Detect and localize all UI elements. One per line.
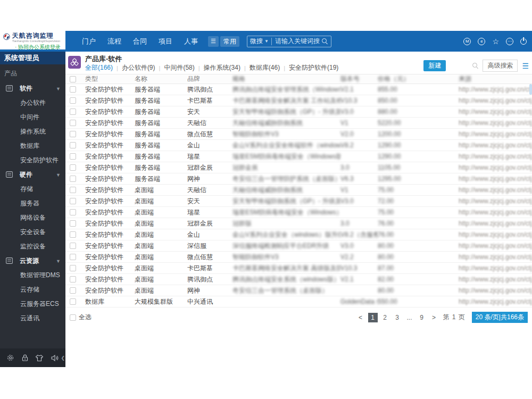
more-ellipsis-icon[interactable]: ⋯ — [506, 38, 513, 45]
pager-prev[interactable]: < — [356, 313, 365, 322]
search-icon[interactable] — [322, 38, 328, 44]
table-search-icon[interactable] — [472, 63, 478, 69]
tab-4[interactable]: 数据库(46) — [250, 63, 280, 72]
sidebar-item-1-1[interactable]: 服务器 — [0, 196, 65, 211]
row-checkbox[interactable] — [70, 142, 76, 148]
row-checkbox[interactable] — [70, 109, 76, 115]
sidebar-item-2-0[interactable]: 数据管理DMS — [0, 268, 65, 282]
pager-page-2[interactable]: 2 — [380, 313, 390, 322]
sidebar-item-0-3[interactable]: 数据库 — [0, 139, 65, 153]
nav-item-4[interactable]: 人事 — [178, 37, 204, 46]
tab-3[interactable]: 操作系统(34) — [204, 63, 240, 72]
pager-next[interactable]: > — [429, 313, 439, 322]
row-checkbox[interactable] — [70, 276, 76, 282]
sidebar-item-1-4[interactable]: 监控设备 — [0, 239, 65, 254]
table-row[interactable]: 安全防护软件服务器端微点佰慧智能防御软件V3V2.01200.00http://… — [65, 129, 532, 140]
apps-menu-icon[interactable]: ☰ — [208, 36, 219, 47]
row-checkbox[interactable] — [70, 97, 76, 104]
col-header-3: 规格 — [232, 74, 340, 84]
table-row[interactable]: 安全防护软件服务器端卡巴斯基卡巴斯基网络安全解决方案 工作站及移动终端（KES … — [65, 95, 532, 106]
row-checkbox[interactable] — [70, 198, 76, 204]
search-scope-dropdown[interactable]: 微搜 ▼ — [247, 37, 271, 46]
row-checkbox[interactable] — [70, 153, 76, 160]
pager-page-9[interactable]: 9 — [417, 313, 427, 322]
sidebar-group-0[interactable]: 软件▼ — [0, 81, 65, 96]
table-row[interactable]: 安全防护软件桌面端瑞星瑞星ESM防病毒终端安全（Windows）及升级版75.0… — [65, 207, 532, 218]
row-checkbox[interactable] — [70, 254, 76, 260]
table-row[interactable]: 安全防护软件服务器端网神奇安信三合一管理防护系统（桌面版）V6.31295.00… — [65, 173, 532, 185]
sidebar-item-2-1[interactable]: 云存储 — [0, 282, 65, 297]
nav-item-3[interactable]: 项目 — [153, 37, 178, 46]
row-checkbox[interactable] — [70, 176, 76, 182]
tab-2[interactable]: 中间件(58) — [164, 63, 194, 72]
table-row[interactable]: 安全防护软件桌面端金山金山V系列企业安全（windows）版升级V8.2（含服务… — [65, 229, 532, 240]
table-row[interactable]: 安全防护软件服务器端天融信天融信终端威胁防御系统V15220.00http://… — [65, 118, 532, 129]
table-row[interactable]: 安全防护软件服务器端安天安天智甲终端防御系统（GP）- 升级及服务V3.0880… — [65, 106, 532, 118]
select-all-checkbox[interactable] — [70, 314, 76, 321]
content-header: 产品库-软件 全部(166)|办公软件(9)|中间件(58)|操作系统(34)|… — [65, 52, 532, 74]
tab-divider: | — [244, 65, 246, 71]
theme-shirt-icon[interactable] — [35, 354, 44, 362]
sidebar-item-0-2[interactable]: 操作系统 — [0, 124, 65, 139]
table-row[interactable]: 安全防护软件服务器端金山金山V系列企业安全终端软件（windows）及升级服务V… — [65, 140, 532, 151]
row-checkbox[interactable] — [70, 265, 76, 271]
row-checkbox[interactable] — [70, 86, 76, 93]
sidebar-item-0-4[interactable]: 安全防护软件 — [0, 153, 65, 168]
table-row[interactable]: 安全防护软件桌面端腾讯御点腾讯御点终端安全系统（windows版）（V2.1）V… — [65, 274, 532, 285]
row-checkbox[interactable] — [70, 164, 76, 171]
nav-item-0[interactable]: 门户 — [76, 37, 102, 46]
row-checkbox[interactable] — [70, 231, 76, 238]
table-row[interactable]: 安全防护软件桌面端天融信天融信终端威胁防御系统V175.00http://www… — [65, 185, 532, 196]
advanced-search-button[interactable]: 高级搜索 — [483, 60, 518, 72]
sidebar-item-0-1[interactable]: 中间件 — [0, 110, 65, 124]
row-checkbox[interactable] — [70, 243, 76, 249]
sidebar-item-1-2[interactable]: 网络设备 — [0, 211, 65, 225]
tab-1[interactable]: 办公软件(9) — [122, 63, 155, 72]
table-row[interactable]: 安全防护软件桌面端微点佰慧智能防御软件V3V2.280.00http://www… — [65, 252, 532, 263]
nav-item-1[interactable]: 流程 — [102, 37, 127, 46]
table-row[interactable]: 安全防护软件桌面端冠群金辰冠群版3.076.00http://www.zjcjc… — [65, 218, 532, 229]
tab-5[interactable]: 安全防护软件(19) — [289, 63, 338, 72]
row-checkbox[interactable] — [70, 209, 76, 215]
new-button[interactable]: 新建 — [423, 60, 446, 71]
sidebar-item-1-3[interactable]: 安全设备 — [0, 225, 65, 239]
settings-gear-icon[interactable] — [6, 354, 14, 362]
sidebar-item-2-2[interactable]: 云服务器ECS — [0, 297, 65, 311]
pager-page-1[interactable]: 1 — [368, 313, 378, 322]
table-row[interactable]: 安全防护软件桌面端深信服深信服终端检测响应平台EDR升级V3.080.00htt… — [65, 240, 532, 252]
frequent-button[interactable]: 常用 — [220, 36, 239, 47]
table-row[interactable]: 安全防护软件服务器端瑞星瑞星ESM防病毒终端安全（Windows版）及升级服务1… — [65, 151, 532, 162]
table-row[interactable]: 安全防护软件桌面端网神奇安信三合一管理系统（桌面版）80.00http://ww… — [65, 285, 532, 296]
message-icon[interactable]: e — [478, 38, 485, 45]
volume-speaker-icon[interactable] — [51, 354, 59, 362]
header-checkbox[interactable] — [70, 76, 76, 82]
row-checkbox[interactable] — [70, 120, 76, 126]
sidebar-item-2-3[interactable]: 云通讯 — [0, 311, 65, 326]
nav-item-2[interactable]: 合同 — [127, 37, 153, 46]
scrollbar-thumb[interactable] — [529, 84, 532, 95]
row-checkbox[interactable] — [70, 187, 76, 193]
table-row[interactable]: 安全防护软件服务器端冠群金辰冠群金辰3.01105.00http://www.z… — [65, 162, 532, 173]
table-row[interactable]: 安全防护软件桌面端安天安天智甲终端防御系统（GP）- 升级及服务V3.072.0… — [65, 196, 532, 207]
power-logout-icon[interactable] — [520, 38, 527, 45]
table-row[interactable]: 安全防护软件桌面端卡巴斯基卡巴斯基网络安全解决方案 高级版及防病毒（KES 版本… — [65, 263, 532, 274]
sidebar-group-1[interactable]: 硬件▼ — [0, 168, 65, 182]
list-view-icon[interactable]: ☰ — [522, 62, 529, 70]
m-badge-icon[interactable]: M — [463, 38, 471, 45]
pager-page-3[interactable]: 3 — [393, 313, 402, 322]
row-checkbox[interactable] — [70, 298, 76, 305]
sidebar-item-1-0[interactable]: 存储 — [0, 182, 65, 196]
favorite-star-icon[interactable]: ☆ — [492, 38, 499, 45]
row-checkbox[interactable] — [70, 220, 76, 227]
table-row[interactable]: 安全防护软件服务器端腾讯御点腾讯御点终端安全管理系统（Windows版）V2.1… — [65, 84, 532, 95]
row-checkbox[interactable] — [70, 131, 76, 137]
lock-icon[interactable] — [21, 354, 29, 362]
oa-login-link[interactable]: · 协同办公系统登录 — [15, 44, 65, 51]
row-checkbox[interactable] — [70, 287, 76, 294]
sidebar-group-2[interactable]: 云资源▼ — [0, 254, 65, 268]
tab-0[interactable]: 全部(166) — [85, 63, 113, 72]
table-row[interactable]: 数据库大规模集群版中兴通讯GoldenData s…550.00http://w… — [65, 296, 532, 307]
search-input[interactable]: 请输入关键词搜 — [272, 37, 321, 46]
sidebar-item-0-0[interactable]: 办公软件 — [0, 96, 65, 110]
collapse-sidebar-icon[interactable]: ❮ — [61, 355, 65, 361]
